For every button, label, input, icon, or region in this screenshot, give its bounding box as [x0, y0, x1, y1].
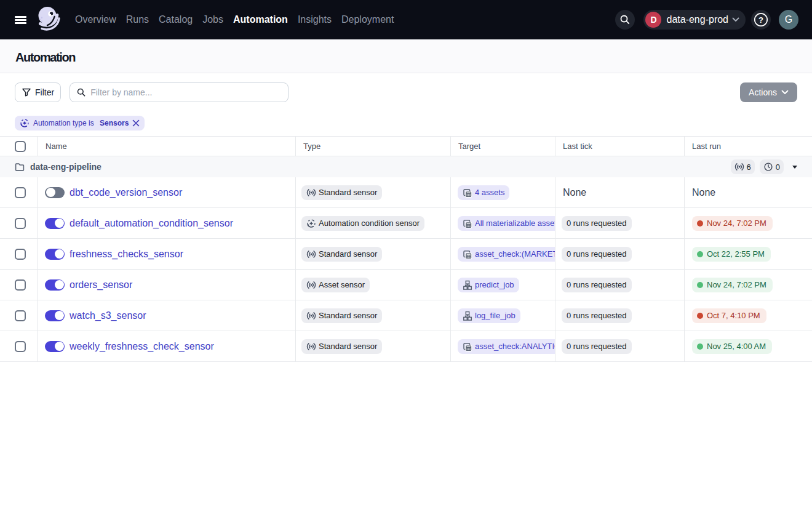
svg-text:?: ?	[758, 15, 763, 25]
